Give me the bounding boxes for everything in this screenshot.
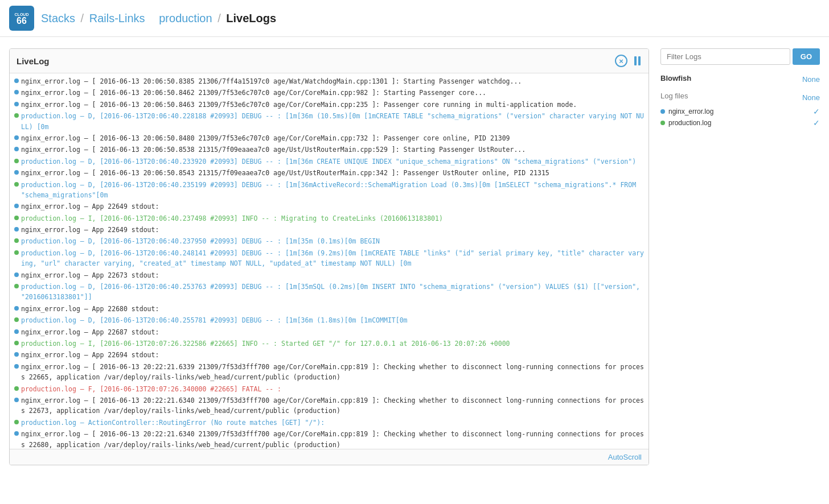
log-panel: LiveLog × nginx_error.log – [ 2016-06-13…	[9, 48, 649, 465]
log-text: nginx_error.log – [ 2016-06-13 20:06:50.…	[21, 133, 644, 143]
log-line: production.log – D, [2016-06-13T20:06:40…	[10, 281, 649, 303]
log-file-row: production.log✓	[660, 118, 820, 127]
log-dot	[14, 90, 19, 94]
log-text: nginx_error.log – [ 2016-06-13 20:06:50.…	[21, 88, 644, 98]
log-dot	[14, 216, 19, 220]
log-dot	[14, 238, 19, 243]
log-text: nginx_error.log – [ 2016-06-13 20:22:21.…	[21, 395, 644, 416]
log-footer: AutoScroll	[10, 449, 649, 465]
log-file-dot	[660, 121, 665, 125]
breadcrumb: Stacks / Rails-Links production / LiveLo…	[41, 12, 276, 25]
log-text: production.log – D, [2016-06-13T20:06:40…	[21, 236, 644, 246]
log-line: nginx_error.log – [ 2016-06-13 20:06:50.…	[10, 144, 649, 155]
log-dot	[14, 135, 19, 140]
log-text: nginx_error.log – [ 2016-06-13 20:22:21.…	[21, 362, 644, 383]
pause-icon	[634, 56, 641, 65]
log-dot	[14, 364, 19, 369]
log-text: production.log – I, [2016-06-13T20:06:40…	[21, 213, 644, 224]
log-text: nginx_error.log – [ 2016-06-13 20:06:50.…	[21, 144, 644, 155]
breadcrumb-production[interactable]: production	[159, 12, 212, 24]
log-text: nginx_error.log – [ 2016-06-13 20:06:50.…	[21, 100, 644, 110]
server-none-link[interactable]: None	[802, 75, 820, 84]
log-dot	[14, 159, 19, 163]
log-line: production.log – D, [2016-06-13T20:06:40…	[10, 315, 649, 326]
log-controls: ×	[614, 53, 642, 68]
log-line: nginx_error.log – [ 2016-06-13 20:06:50.…	[10, 76, 649, 87]
log-line: production.log – D, [2016-06-13T20:06:40…	[10, 156, 649, 167]
log-text: nginx_error.log – App 22694 stdout:	[21, 350, 644, 360]
log-line: nginx_error.log – App 22680 stdout:	[10, 303, 649, 315]
log-line: nginx_error.log – [ 2016-06-13 20:22:21.…	[10, 395, 649, 417]
log-dot	[14, 317, 19, 322]
log-files-section: Log files None nginx_error.log✓productio…	[660, 92, 820, 127]
log-line: nginx_error.log – App 22687 stdout:	[10, 327, 649, 338]
breadcrumb-stacks[interactable]: Stacks	[41, 12, 75, 24]
log-file-checkbox[interactable]: ✓	[813, 118, 820, 127]
filter-row: GO	[660, 48, 820, 65]
log-file-name: production.log	[668, 119, 711, 127]
log-line: production.log – D, [2016-06-13T20:06:40…	[10, 110, 649, 133]
log-text: production.log – D, [2016-06-13T20:06:40…	[21, 248, 644, 269]
log-file-dot	[660, 109, 665, 114]
server-name: Blowfish	[660, 74, 691, 82]
header: CLOUD 66 Stacks / Rails-Links production…	[0, 0, 829, 37]
go-button[interactable]: GO	[793, 48, 820, 65]
log-line: production.log – ActionController::Routi…	[10, 417, 649, 428]
log-dot	[14, 113, 19, 118]
log-line: production.log – D, [2016-06-13T20:06:40…	[10, 247, 649, 270]
log-text: nginx_error.log – App 22673 stdout:	[21, 270, 644, 280]
log-line: production.log – D, [2016-06-13T20:06:40…	[10, 236, 649, 247]
log-dot	[14, 398, 19, 402]
stop-icon: ×	[615, 55, 627, 67]
autoscroll-link[interactable]: AutoScroll	[608, 453, 642, 461]
log-line: nginx_error.log – [ 2016-06-13 20:06:50.…	[10, 87, 649, 98]
filter-input[interactable]	[660, 48, 790, 65]
log-text: nginx_error.log – App 22687 stdout:	[21, 327, 644, 337]
log-files-none-link[interactable]: None	[802, 93, 820, 102]
log-dot	[14, 250, 19, 255]
breadcrumb-livelogs: LiveLogs	[226, 12, 276, 24]
log-dot	[14, 352, 19, 357]
stop-button[interactable]: ×	[614, 53, 629, 68]
log-line: production.log – I, [2016-06-13T20:07:26…	[10, 338, 649, 349]
log-line: production.log – D, [2016-06-13T20:06:40…	[10, 179, 649, 201]
log-dot	[14, 102, 19, 106]
log-line: nginx_error.log – App 22649 stdout:	[10, 201, 649, 212]
log-text: production.log – D, [2016-06-13T20:06:40…	[21, 282, 644, 303]
log-dot	[14, 329, 19, 334]
pause-button[interactable]	[633, 55, 642, 67]
log-dot	[14, 170, 19, 175]
log-text: nginx_error.log – App 22649 stdout:	[21, 225, 644, 235]
log-text: production.log – D, [2016-06-13T20:06:40…	[21, 111, 644, 132]
breadcrumb-rails-links[interactable]: Rails-Links	[89, 12, 145, 24]
log-panel-title: LiveLog	[17, 56, 50, 66]
log-text: production.log – D, [2016-06-13T20:06:40…	[21, 180, 644, 201]
log-line: nginx_error.log – [ 2016-06-13 20:06:50.…	[10, 167, 649, 179]
log-text: production.log – ActionController::Routi…	[21, 418, 644, 428]
log-line: nginx_error.log – [ 2016-06-13 20:22:21.…	[10, 361, 649, 383]
log-dot	[14, 147, 19, 151]
log-line: nginx_error.log – App 22673 stdout:	[10, 270, 649, 281]
log-dot	[14, 284, 19, 288]
log-text: production.log – D, [2016-06-13T20:06:40…	[21, 156, 644, 167]
log-file-name: nginx_error.log	[668, 108, 713, 115]
log-dot	[14, 272, 19, 277]
log-content[interactable]: nginx_error.log – [ 2016-06-13 20:06:50.…	[10, 73, 649, 449]
log-line: nginx_error.log – App 22649 stdout:	[10, 224, 649, 236]
log-dot	[14, 306, 19, 311]
log-panel-header: LiveLog ×	[10, 49, 649, 73]
log-file-checkbox[interactable]: ✓	[813, 107, 820, 116]
log-dot	[14, 227, 19, 232]
log-text: production.log – F, [2016-06-13T20:07:26…	[21, 384, 644, 394]
log-line: nginx_error.log – [ 2016-06-13 20:06:50.…	[10, 99, 649, 110]
log-text: nginx_error.log – [ 2016-06-13 20:22:21.…	[21, 429, 644, 449]
log-text: nginx_error.log – [ 2016-06-13 20:06:50.…	[21, 168, 644, 178]
log-dot	[14, 420, 19, 424]
log-dot	[14, 182, 19, 187]
log-file-row: nginx_error.log✓	[660, 107, 820, 116]
log-dot	[14, 386, 19, 391]
log-text: nginx_error.log – App 22649 stdout:	[21, 201, 644, 212]
log-line: nginx_error.log – App 22694 stdout:	[10, 349, 649, 361]
log-line: production.log – F, [2016-06-13T20:07:26…	[10, 383, 649, 395]
log-line: production.log – I, [2016-06-13T20:06:40…	[10, 213, 649, 224]
